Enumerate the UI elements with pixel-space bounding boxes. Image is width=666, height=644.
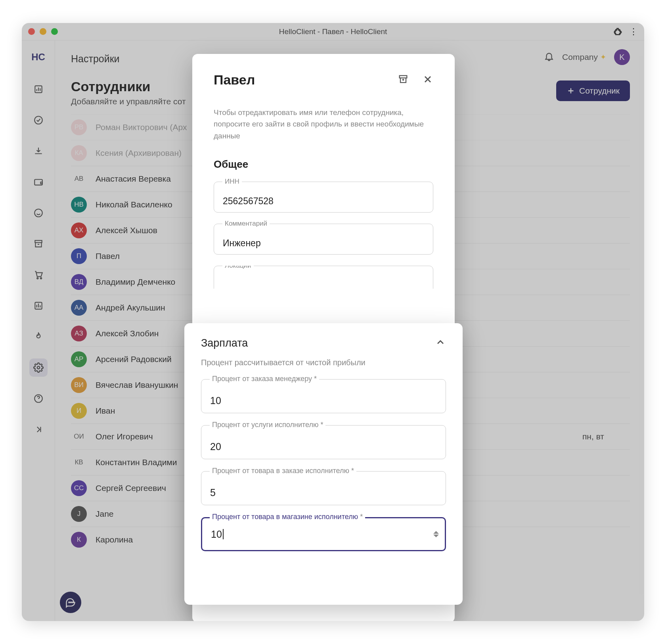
- service-percent-input[interactable]: [201, 425, 446, 459]
- product-shop-percent-label: Процент от товара в магазине исполнителю: [212, 513, 358, 521]
- inn-input[interactable]: [214, 182, 433, 213]
- salary-panel: Зарплата Процент рассчитывается от чисто…: [184, 323, 463, 605]
- employee-modal-hint: Чтобы отредактировать имя или телефон со…: [214, 107, 433, 142]
- general-group-label: Общее: [214, 158, 433, 171]
- product-order-percent-input[interactable]: [201, 471, 446, 505]
- manager-percent-input[interactable]: [201, 379, 446, 413]
- chevron-up-icon[interactable]: [435, 337, 446, 349]
- app-window: HelloClient - Павел - HelloClient ⋮ HC: [22, 23, 644, 621]
- svg-rect-13: [400, 75, 407, 78]
- manager-percent-label: Процент от заказа менеджеру: [212, 375, 312, 383]
- comment-input[interactable]: [214, 224, 433, 255]
- locations-label: Локации: [222, 266, 254, 270]
- close-icon[interactable]: [422, 74, 433, 86]
- service-percent-label: Процент от услуги исполнителю: [212, 421, 318, 429]
- number-stepper[interactable]: [433, 531, 439, 537]
- product-order-percent-label: Процент от товара в заказе исполнителю: [212, 467, 349, 475]
- comment-label: Комментарий: [222, 220, 270, 228]
- salary-title: Зарплата: [201, 337, 248, 349]
- scrollbar[interactable]: [639, 56, 643, 595]
- employee-modal-title: Павел: [214, 72, 255, 88]
- archive-icon[interactable]: [398, 74, 409, 86]
- product-shop-percent-input[interactable]: 10: [201, 517, 446, 551]
- salary-hint: Процент рассчитывается от чистой прибыли: [201, 358, 446, 367]
- inn-label: ИНН: [222, 178, 242, 186]
